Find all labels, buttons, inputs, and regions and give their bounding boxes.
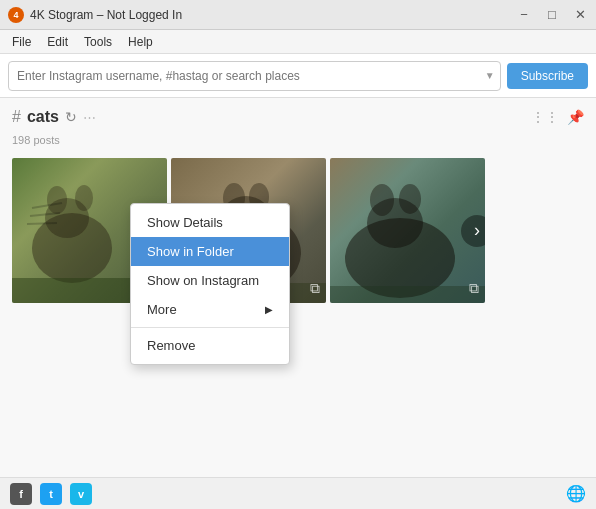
image-cell-3[interactable]: › ⧉: [330, 158, 485, 303]
dropdown-arrow-icon[interactable]: ▼: [485, 70, 495, 81]
next-image-button[interactable]: ›: [461, 215, 485, 247]
post-count: 198 posts: [12, 134, 584, 146]
svg-rect-19: [330, 286, 485, 303]
pin-icon[interactable]: 📌: [567, 109, 584, 125]
section-title: cats: [27, 108, 59, 126]
subscribe-button[interactable]: Subscribe: [507, 63, 588, 89]
refresh-button[interactable]: ↻: [65, 109, 77, 125]
maximize-button[interactable]: □: [544, 7, 560, 23]
context-menu-divider: [131, 327, 289, 328]
facebook-icon[interactable]: f: [10, 483, 32, 505]
copy-icon-2: ⧉: [310, 280, 320, 297]
grid-view-icon[interactable]: ⋮⋮: [531, 109, 559, 125]
menu-tools[interactable]: Tools: [76, 33, 120, 51]
title-bar: 4 4K Stogram – Not Logged In − □ ✕: [0, 0, 596, 30]
svg-point-2: [47, 186, 67, 214]
globe-icon[interactable]: 🌐: [566, 484, 586, 503]
menu-bar: File Edit Tools Help: [0, 30, 596, 54]
close-button[interactable]: ✕: [572, 7, 588, 23]
search-bar: ▼ Subscribe: [0, 54, 596, 98]
context-menu-more[interactable]: More ▶: [131, 295, 289, 324]
context-menu-show-in-folder[interactable]: Show in Folder: [131, 237, 289, 266]
section-actions: ⋮⋮ 📌: [531, 109, 584, 125]
menu-help[interactable]: Help: [120, 33, 161, 51]
context-menu-show-on-instagram[interactable]: Show on Instagram: [131, 266, 289, 295]
title-bar-left: 4 4K Stogram – Not Logged In: [8, 7, 182, 23]
vimeo-icon[interactable]: v: [70, 483, 92, 505]
social-links: f t v: [10, 483, 92, 505]
image-grid-wrapper: ⧉ ⧉: [12, 154, 584, 303]
svg-line-6: [27, 223, 57, 224]
context-menu-show-details[interactable]: Show Details: [131, 208, 289, 237]
hash-symbol: #: [12, 108, 21, 126]
context-menu-remove[interactable]: Remove: [131, 331, 289, 360]
title-bar-controls: − □ ✕: [516, 7, 588, 23]
svg-point-3: [75, 185, 93, 211]
footer: f t v 🌐: [0, 477, 596, 509]
twitter-icon[interactable]: t: [40, 483, 62, 505]
copy-icon-3: ⧉: [469, 280, 479, 297]
app-icon: 4: [8, 7, 24, 23]
svg-point-17: [370, 184, 394, 216]
svg-point-18: [399, 184, 421, 214]
section-header: # cats ↻ ⋯ ⋮⋮ 📌: [12, 108, 584, 126]
context-menu: Show Details Show in Folder Show on Inst…: [130, 203, 290, 365]
minimize-button[interactable]: −: [516, 7, 532, 23]
more-options-icon[interactable]: ⋯: [83, 110, 96, 125]
search-input[interactable]: [8, 61, 501, 91]
submenu-arrow-icon: ▶: [265, 304, 273, 315]
search-input-wrapper: ▼: [8, 61, 501, 91]
menu-file[interactable]: File: [4, 33, 39, 51]
main-content: # cats ↻ ⋯ ⋮⋮ 📌 198 posts: [0, 98, 596, 477]
menu-edit[interactable]: Edit: [39, 33, 76, 51]
window-title: 4K Stogram – Not Logged In: [30, 8, 182, 22]
